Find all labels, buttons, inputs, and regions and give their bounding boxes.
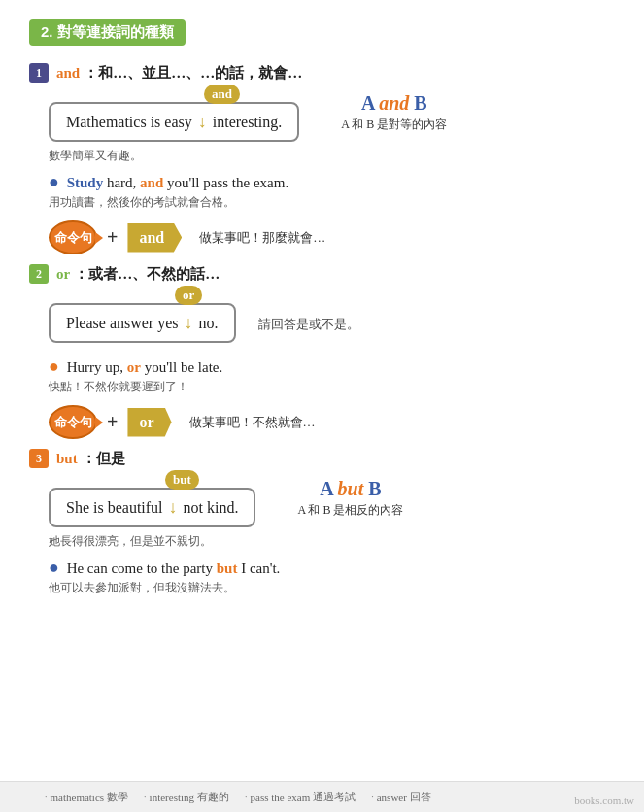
section-title: 2. 對等連接詞的種類 bbox=[29, 19, 186, 46]
and-example-translation: 數學簡單又有趣。 bbox=[49, 148, 615, 164]
but-example-prefix: She is beautiful bbox=[66, 499, 163, 516]
vocab-zh-3: 通過考試 bbox=[313, 790, 356, 804]
and-keyword: and bbox=[56, 65, 80, 82]
but-bullet-sentence: ● He can come to the party but I can't. bbox=[49, 558, 615, 578]
or-bullet-sentence: ● Hurry up, or you'll be late. bbox=[49, 356, 615, 377]
but-bullet-translation: 他可以去參加派對，但我沒辦法去。 bbox=[49, 580, 615, 596]
and-section: 1 and ：和…、並且…、…的話，就會… and Mathematics is… bbox=[29, 63, 615, 254]
but-header: 3 but ：但是 bbox=[29, 449, 615, 468]
and-command-arrow: and bbox=[127, 223, 182, 253]
and-command-label: 命令句 bbox=[54, 229, 92, 247]
vocab-item-3: · pass the exam 通過考試 bbox=[245, 790, 356, 804]
but-bullet-rest: I can't. bbox=[237, 560, 280, 576]
or-connector-bubble: or bbox=[175, 286, 202, 305]
but-example-translation: 她長得很漂亮，但是並不親切。 bbox=[49, 533, 615, 550]
and-ab-title: A and B bbox=[309, 92, 479, 115]
but-ab-panel: A but B A 和 B 是相反的內容 bbox=[265, 478, 435, 519]
and-header: 1 and ：和…、並且…、…的話，就會… bbox=[29, 63, 615, 83]
vocab-en-2: interesting bbox=[150, 792, 194, 803]
vocab-dot-1: · bbox=[45, 792, 48, 802]
or-command-label: 命令句 bbox=[54, 414, 92, 431]
and-bullet-sentence: ● Study hard, and you'll pass the exam. bbox=[49, 172, 615, 192]
or-example-suffix: no. bbox=[199, 315, 219, 331]
and-example-prefix: Mathematics is easy bbox=[66, 114, 192, 130]
but-ab-a: A bbox=[320, 478, 332, 499]
and-number: 1 bbox=[29, 63, 49, 83]
but-bullet-prefix: He can come to the party bbox=[67, 560, 213, 576]
or-arrow-icon: ↓ bbox=[185, 313, 193, 333]
and-and-word: and bbox=[136, 175, 163, 190]
but-bullet-dot: ● bbox=[49, 558, 59, 577]
and-hard-word: hard, bbox=[103, 175, 136, 190]
or-bullet-dot: ● bbox=[49, 356, 59, 376]
and-ab-b: B bbox=[414, 92, 426, 114]
and-command-connector: and bbox=[139, 229, 164, 247]
vocab-zh-2: 有趣的 bbox=[197, 790, 229, 804]
vocab-zh-4: 回答 bbox=[410, 790, 431, 804]
vocab-en-1: mathematics bbox=[51, 792, 105, 803]
and-command-oval: 命令句 bbox=[49, 220, 97, 254]
vocab-zh-1: 數學 bbox=[107, 790, 128, 804]
vocab-dot-3: · bbox=[245, 792, 248, 802]
and-command-desc: 做某事吧！那麼就會… bbox=[199, 229, 325, 247]
but-section: 3 but ：但是 but She is beautiful ↓ not kin… bbox=[29, 449, 615, 596]
bottom-vocab-bar: · mathematics 數學 · interesting 有趣的 · pas… bbox=[0, 781, 644, 812]
or-bullet-prefix: Hurry up, bbox=[67, 359, 123, 375]
and-arrow-icon: ↓ bbox=[198, 112, 207, 132]
but-definition: ：但是 bbox=[82, 450, 125, 468]
and-ab-panel: A and B A 和 B 是對等的內容 bbox=[309, 92, 479, 133]
page: 2. 對等連接詞的種類 1 and ：和…、並且…、…的話，就會… and Ma… bbox=[0, 0, 644, 812]
vocab-item-4: · answer 回答 bbox=[371, 790, 431, 804]
and-connector-bubble: and bbox=[204, 85, 240, 104]
or-number: 2 bbox=[29, 264, 49, 284]
but-but-word: but bbox=[213, 560, 237, 576]
but-ab-keyword: but bbox=[338, 478, 364, 499]
but-example-box: She is beautiful ↓ not kind. bbox=[49, 488, 255, 527]
or-section: 2 or ：或者…、不然的話… or Please answer yes ↓ n… bbox=[29, 264, 615, 439]
and-example-box: Mathematics is easy ↓ interesting. bbox=[49, 102, 299, 142]
or-example-prefix: Please answer yes bbox=[66, 315, 179, 331]
vocab-en-4: answer bbox=[377, 792, 407, 803]
or-definition: ：或者…、不然的話… bbox=[74, 265, 220, 284]
or-box-translation: 請回答是或不是。 bbox=[258, 317, 359, 331]
and-bullet-translation: 用功讀書，然後你的考試就會合格。 bbox=[49, 194, 615, 211]
vocab-dot-4: · bbox=[371, 792, 374, 802]
and-plus-sign: + bbox=[107, 226, 118, 249]
vocab-item-2: · interesting 有趣的 bbox=[144, 790, 229, 804]
and-example-suffix: interesting. bbox=[213, 114, 283, 130]
or-bullet-translation: 快點！不然你就要遲到了！ bbox=[49, 379, 615, 395]
vocab-dot-2: · bbox=[144, 792, 147, 802]
and-ab-subtitle: A 和 B 是對等的內容 bbox=[309, 117, 479, 133]
and-ab-a: A bbox=[361, 92, 374, 114]
or-or-word: or bbox=[123, 359, 141, 375]
but-arrow-icon: ↓ bbox=[169, 497, 178, 518]
or-command-desc: 做某事吧！不然就會… bbox=[189, 414, 316, 431]
but-example-suffix: not kind. bbox=[184, 499, 239, 516]
and-study-word: Study bbox=[67, 175, 104, 190]
or-header: 2 or ：或者…、不然的話… bbox=[29, 264, 615, 284]
or-keyword: or bbox=[56, 266, 70, 283]
but-keyword: but bbox=[56, 451, 78, 467]
or-example-box: Please answer yes ↓ no. bbox=[49, 303, 236, 343]
or-command-arrow: or bbox=[127, 408, 171, 437]
and-bullet-dot: ● bbox=[49, 172, 59, 191]
watermark: books.com.tw bbox=[574, 795, 634, 806]
and-bullet-rest: you'll pass the exam. bbox=[163, 175, 288, 190]
vocab-en-3: pass the exam bbox=[251, 792, 311, 803]
but-ab-b: B bbox=[368, 478, 381, 499]
or-command-oval: 命令句 bbox=[49, 405, 97, 439]
and-definition: ：和…、並且…、…的話，就會… bbox=[84, 64, 302, 83]
or-plus-sign: + bbox=[107, 411, 118, 433]
vocab-item-1: · mathematics 數學 bbox=[45, 790, 128, 804]
or-command-connector: or bbox=[139, 414, 153, 431]
or-command-wrapper: 命令句 + or 做某事吧！不然就會… bbox=[49, 405, 615, 439]
or-bullet-rest: you'll be late. bbox=[141, 359, 222, 375]
but-ab-title: A but B bbox=[265, 478, 435, 500]
and-command-wrapper: 命令句 + and 做某事吧！那麼就會… bbox=[49, 220, 615, 254]
but-number: 3 bbox=[29, 449, 49, 468]
but-connector-bubble: but bbox=[165, 470, 199, 490]
and-ab-keyword: and bbox=[379, 92, 409, 114]
but-ab-subtitle: A 和 B 是相反的內容 bbox=[265, 502, 435, 519]
